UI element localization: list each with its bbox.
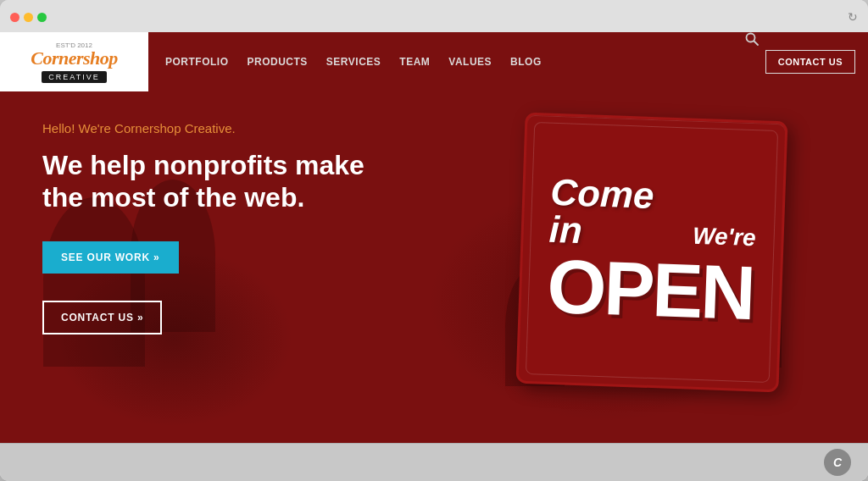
nav-links: PORTFOLIO PRODUCTS SERVICES TEAM VALUES … — [148, 32, 738, 91]
nav-link-team[interactable]: TEAM — [399, 56, 430, 68]
logo-name: Cornershop — [31, 49, 118, 68]
minimize-button[interactable] — [24, 13, 33, 22]
maximize-button[interactable] — [37, 13, 47, 22]
logo: EST'D 2012 Cornershop CREATIVE — [31, 41, 118, 83]
sign-open-text: OPEN — [546, 252, 754, 327]
browser-window: ↻ EST'D 2012 Cornershop CREATIVE PORTFOL… — [0, 0, 868, 481]
nav-link-products[interactable]: PRODUCTS — [248, 56, 308, 68]
hero-subtitle: Hello! We're Cornershop Creative. — [42, 121, 398, 135]
logo-container[interactable]: EST'D 2012 Cornershop CREATIVE — [0, 32, 148, 91]
main-navigation: EST'D 2012 Cornershop CREATIVE PORTFOLIO… — [0, 32, 868, 91]
browser-traffic-lights — [10, 13, 47, 22]
nav-link-blog[interactable]: BLOG — [510, 56, 542, 68]
footer-icon: C — [824, 449, 851, 476]
logo-creative: CREATIVE — [42, 71, 106, 83]
website-content: EST'D 2012 Cornershop CREATIVE PORTFOLIO… — [0, 32, 868, 481]
hero-buttons: SEE OUR WORK » CONTACT US » — [42, 241, 398, 334]
footer-strip: C — [0, 443, 868, 481]
hero-content: Hello! We're Cornershop Creative. We hel… — [0, 91, 441, 364]
nav-link-values[interactable]: VALUES — [448, 56, 492, 68]
hero-section: Hello! We're Cornershop Creative. We hel… — [0, 91, 868, 443]
see-our-work-button[interactable]: SEE OUR WORK » — [42, 241, 179, 274]
sign-were-text: We're — [693, 222, 757, 252]
nav-contact-button[interactable]: CONTACT US — [765, 50, 855, 74]
nav-link-services[interactable]: SERVICES — [326, 56, 381, 68]
svg-line-1 — [754, 41, 758, 46]
sign-body: Come in We're OPEN — [516, 113, 788, 393]
nav-link-portfolio[interactable]: PORTFOLIO — [165, 56, 229, 68]
sign-come-in-text: Come in — [548, 173, 690, 252]
hero-title: We help nonprofits make the most of the … — [42, 149, 398, 214]
sign-top-row: Come in We're — [548, 173, 758, 254]
search-icon[interactable] — [738, 32, 765, 91]
browser-chrome: ↻ — [0, 0, 868, 32]
hero-contact-button[interactable]: CONTACT US » — [42, 301, 162, 334]
close-button[interactable] — [10, 13, 19, 22]
open-sign: Come in We're OPEN — [520, 117, 783, 388]
reload-button[interactable]: ↻ — [848, 10, 858, 24]
